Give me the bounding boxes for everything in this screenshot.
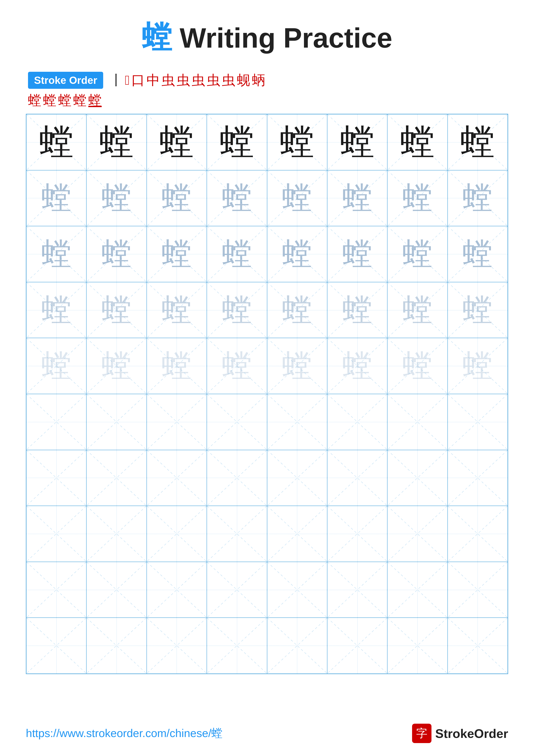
grid-cell[interactable]: 螳: [387, 282, 447, 338]
svg-line-156: [388, 618, 447, 673]
grid-cell[interactable]: 螳: [387, 114, 447, 170]
grid-cell[interactable]: 螳: [267, 170, 327, 226]
svg-line-157: [388, 618, 447, 673]
grid-cell[interactable]: 螳: [87, 170, 146, 226]
svg-line-143: [448, 562, 507, 618]
grid-cell[interactable]: [327, 562, 387, 618]
grid-cell[interactable]: [207, 506, 267, 562]
grid-cell[interactable]: [26, 506, 87, 562]
grid-cell[interactable]: [26, 394, 87, 450]
grid-cell[interactable]: [26, 562, 87, 618]
grid-cell[interactable]: 螳: [26, 170, 87, 226]
grid-cell[interactable]: [207, 618, 267, 674]
svg-line-98: [87, 450, 146, 506]
grid-cell[interactable]: [207, 450, 267, 506]
grid-cell[interactable]: 螳: [87, 338, 146, 394]
grid-cell[interactable]: 螳: [267, 114, 327, 170]
grid-cell[interactable]: [26, 618, 87, 674]
grid-cell[interactable]: [327, 450, 387, 506]
stroke-chars-2: 螳 螳 螳 螳 螳: [28, 92, 102, 109]
stroke-16: 螳: [88, 92, 102, 109]
grid-cell[interactable]: 螳: [207, 282, 267, 338]
grid-cell[interactable]: 螳: [387, 338, 447, 394]
grid-cell[interactable]: 螳: [147, 114, 207, 170]
grid-cell[interactable]: 螳: [87, 226, 146, 282]
practice-char: 螳: [101, 351, 132, 381]
grid-cell[interactable]: 螳: [207, 226, 267, 282]
grid-cell[interactable]: [147, 394, 207, 450]
svg-line-82: [87, 394, 146, 450]
title-text: Writing Practice: [172, 22, 392, 54]
grid-cell[interactable]: [87, 562, 146, 618]
stroke-1: 丨: [110, 71, 123, 89]
grid-cell[interactable]: [87, 450, 146, 506]
grid-cell[interactable]: [267, 506, 327, 562]
grid-cell[interactable]: [447, 394, 508, 450]
grid-cell[interactable]: 螳: [87, 114, 146, 170]
grid-cell[interactable]: 螳: [327, 114, 387, 170]
svg-line-141: [388, 562, 447, 618]
grid-cell[interactable]: [327, 618, 387, 674]
grid-cell[interactable]: [447, 618, 508, 674]
footer: https://www.strokeorder.com/chinese/螳 字 …: [26, 724, 508, 743]
svg-line-102: [207, 450, 267, 506]
svg-line-96: [27, 450, 86, 506]
grid-cell[interactable]: [87, 506, 146, 562]
grid-cell[interactable]: [207, 394, 267, 450]
stroke-12: 螳: [28, 92, 41, 109]
grid-cell[interactable]: 螳: [207, 170, 267, 226]
practice-char: 螳: [41, 295, 71, 325]
grid-cell[interactable]: [87, 618, 146, 674]
grid-cell[interactable]: [327, 506, 387, 562]
grid-cell[interactable]: 螳: [147, 282, 207, 338]
grid-cell[interactable]: 螳: [387, 226, 447, 282]
grid-cell[interactable]: [447, 562, 508, 618]
grid-cell[interactable]: 螳: [147, 226, 207, 282]
grid-cell[interactable]: 螳: [147, 338, 207, 394]
grid-cell[interactable]: 螳: [267, 338, 327, 394]
grid-cell[interactable]: [26, 450, 87, 506]
grid-cell[interactable]: 螳: [327, 170, 387, 226]
grid-cell[interactable]: [447, 450, 508, 506]
grid-cell[interactable]: [267, 394, 327, 450]
grid-cell[interactable]: 螳: [267, 226, 327, 282]
grid-cell[interactable]: [387, 450, 447, 506]
grid-cell[interactable]: 螳: [447, 170, 508, 226]
grid-cell[interactable]: 螳: [447, 114, 508, 170]
grid-cell[interactable]: 螳: [207, 338, 267, 394]
grid-cell[interactable]: [327, 394, 387, 450]
grid-cell[interactable]: [87, 394, 146, 450]
grid-cell[interactable]: [147, 506, 207, 562]
grid-cell[interactable]: [147, 450, 207, 506]
grid-cell[interactable]: [267, 618, 327, 674]
svg-line-126: [448, 506, 507, 562]
grid-cell[interactable]: 螳: [26, 226, 87, 282]
grid-cell[interactable]: [267, 562, 327, 618]
grid-cell[interactable]: 螳: [147, 170, 207, 226]
grid-cell[interactable]: 螳: [387, 170, 447, 226]
grid-cell[interactable]: 螳: [327, 226, 387, 282]
grid-cell[interactable]: 螳: [26, 338, 87, 394]
grid-cell[interactable]: 螳: [447, 282, 508, 338]
grid-cell[interactable]: 螳: [447, 226, 508, 282]
grid-cell[interactable]: [147, 562, 207, 618]
grid-cell[interactable]: 螳: [327, 338, 387, 394]
grid-cell[interactable]: 螳: [87, 282, 146, 338]
grid-cell[interactable]: 螳: [26, 114, 87, 170]
grid-cell[interactable]: [387, 618, 447, 674]
grid-cell[interactable]: 螳: [26, 282, 87, 338]
grid-cell[interactable]: 螳: [447, 338, 508, 394]
grid-cell[interactable]: 螳: [267, 282, 327, 338]
grid-cell[interactable]: 螳: [207, 114, 267, 170]
grid-cell[interactable]: 螳: [327, 282, 387, 338]
grid-cell[interactable]: [447, 506, 508, 562]
svg-line-134: [207, 562, 267, 618]
grid-cell[interactable]: [147, 618, 207, 674]
svg-line-147: [87, 618, 146, 673]
grid-cell[interactable]: [387, 394, 447, 450]
grid-cell[interactable]: [387, 562, 447, 618]
grid-cell[interactable]: [267, 450, 327, 506]
grid-cell[interactable]: [387, 506, 447, 562]
svg-line-121: [267, 506, 327, 562]
grid-cell[interactable]: [207, 562, 267, 618]
